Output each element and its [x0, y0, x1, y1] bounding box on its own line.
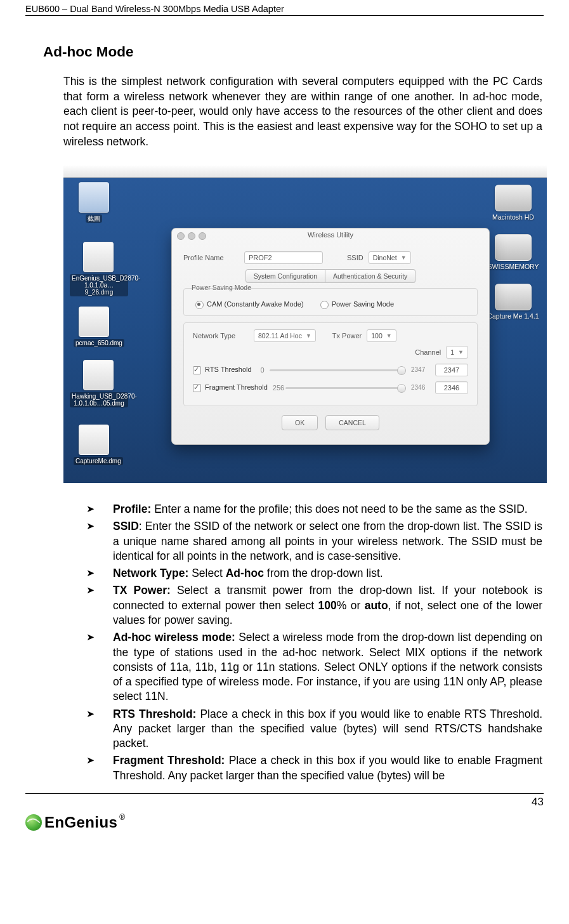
desktop-file-icon[interactable]: CaptureMe.dmg — [74, 425, 114, 465]
desktop-file-label: Hawking_USB_D2870-1.0.1.0b…05.dmg — [70, 392, 128, 407]
ok-button[interactable]: OK — [282, 415, 318, 430]
network-type-value: 802.11 Ad Hoc — [258, 330, 302, 341]
power-saving-title: Power Saving Mode — [192, 284, 251, 291]
channel-select[interactable]: 1▼ — [446, 346, 468, 359]
registered-icon: ® — [119, 813, 125, 822]
rts-checkbox[interactable]: RTS Threshold — [193, 366, 252, 374]
cancel-button[interactable]: CANCEL — [325, 415, 379, 430]
checkbox-icon — [193, 366, 201, 374]
cam-radio-label: CAM (Constantly Awake Mode) — [207, 300, 304, 308]
power-saving-group: Power Saving Mode CAM (Constantly Awake … — [183, 288, 478, 316]
cam-radio[interactable]: CAM (Constantly Awake Mode) — [195, 300, 304, 309]
mac-desktop: 截圖 EnGenius_USB_D2870-1.0.1.0a…9_26.dmg … — [63, 166, 547, 483]
desktop-file-icon[interactable]: EnGenius_USB_D2870-1.0.1.0a…9_26.dmg — [70, 242, 127, 296]
desktop-file-icon[interactable]: pcmac_650.dmg — [74, 307, 114, 347]
network-type-label: Network Type — [193, 332, 249, 340]
network-type-select[interactable]: 802.11 Ad Hoc▼ — [254, 329, 316, 342]
rts-value-field[interactable]: 2347 — [435, 364, 468, 376]
wireless-utility-window: Wireless Utility Profile Name PROF2 SSID… — [171, 228, 490, 445]
rts-max: 2347 — [411, 366, 430, 373]
fragment-max: 2346 — [411, 384, 430, 391]
intro-paragraph: This is the simplest network configurati… — [63, 74, 542, 149]
network-group: Network Type 802.11 Ad Hoc▼ Tx Power 100… — [183, 322, 478, 406]
bullet-tx-power: TX Power: Select a transmit power from t… — [85, 583, 542, 628]
channel-value: 1 — [450, 346, 454, 358]
bullet-profile: Profile: Enter a name for the profile; t… — [85, 502, 542, 517]
tab-system-configuration[interactable]: System Configuration — [245, 269, 325, 283]
rts-label: RTS Threshold — [205, 366, 252, 373]
tab-auth-security[interactable]: Authentication & Security — [325, 269, 415, 283]
drive-label: Macintosh HD — [492, 213, 534, 221]
psm-radio[interactable]: Power Saving Mode — [320, 300, 394, 309]
desktop-file-icon[interactable]: Hawking_USB_D2870-1.0.1.0b…05.dmg — [70, 360, 127, 407]
desktop-drive-icon[interactable]: Capture Me 1.4.1 — [486, 284, 540, 320]
fragment-label: Fragment Threshold — [205, 383, 268, 391]
desktop-drive-icon[interactable]: Macintosh HD — [486, 185, 540, 221]
desktop-file-label: pcmac_650.dmg — [74, 339, 124, 347]
tx-power-select[interactable]: 100▼ — [367, 329, 396, 342]
running-header: EUB600 – Dual Band Wireless-N 300Mbps Me… — [25, 0, 544, 16]
profile-name-label: Profile Name — [183, 254, 239, 261]
ssid-label: SSID — [347, 254, 363, 261]
ssid-value: DinoNet — [373, 252, 397, 263]
radio-icon — [320, 301, 329, 309]
bullet-fragment: Fragment Threshold: Place a check in thi… — [85, 753, 542, 783]
mac-menubar — [63, 166, 547, 178]
drive-label: SWISSMEMORY — [488, 263, 539, 270]
chevron-down-icon: ▼ — [458, 346, 464, 358]
drive-label: Capture Me 1.4.1 — [487, 312, 539, 320]
radio-icon — [195, 301, 204, 309]
tx-power-value: 100 — [371, 330, 383, 341]
chevron-down-icon: ▼ — [386, 330, 392, 341]
profile-name-field[interactable]: PROF2 — [244, 251, 323, 264]
fragment-slider[interactable] — [285, 383, 406, 392]
bullet-ssid: SSID: Enter the SSID of the network or s… — [85, 519, 542, 564]
section-title: Ad-hoc Mode — [43, 44, 544, 60]
fragment-checkbox[interactable]: Fragment Threshold — [193, 383, 268, 392]
fragment-value-field[interactable]: 2346 — [435, 381, 468, 394]
brand-footer: EnGenius ® — [25, 814, 544, 831]
fragment-min: 256 — [273, 384, 280, 392]
rts-slider[interactable] — [270, 366, 406, 374]
screenshot: 截圖 EnGenius_USB_D2870-1.0.1.0a…9_26.dmg … — [63, 166, 547, 483]
desktop-folder-icon[interactable]: 截圖 — [74, 182, 114, 223]
page-number: 43 — [25, 793, 544, 808]
chevron-down-icon: ▼ — [401, 252, 407, 263]
desktop-folder-label: 截圖 — [86, 214, 102, 223]
channel-label: Channel — [415, 348, 441, 356]
psm-radio-label: Power Saving Mode — [332, 300, 394, 308]
desktop-file-label: CaptureMe.dmg — [74, 457, 123, 465]
tx-power-label: Tx Power — [332, 332, 362, 340]
rts-min: 0 — [257, 366, 265, 374]
checkbox-icon — [193, 384, 201, 392]
bullet-rts: RTS Threshold: Place a check in this box… — [85, 707, 542, 751]
chevron-down-icon: ▼ — [306, 330, 311, 341]
engenius-logo-icon — [25, 814, 42, 831]
bullet-network-type: Network Type: Select Ad-hoc from the dro… — [85, 566, 542, 581]
bullet-adhoc-mode: Ad-hoc wireless mode: Select a wireless … — [85, 630, 542, 704]
ssid-select[interactable]: DinoNet▼ — [369, 251, 411, 264]
brand-name: EnGenius — [44, 814, 117, 831]
bullet-list: Profile: Enter a name for the profile; t… — [85, 502, 542, 783]
desktop-drive-icon[interactable]: SWISSMEMORY — [486, 234, 540, 270]
desktop-file-label: EnGenius_USB_D2870-1.0.1.0a…9_26.dmg — [70, 274, 128, 296]
window-title: Wireless Utility — [172, 231, 489, 239]
